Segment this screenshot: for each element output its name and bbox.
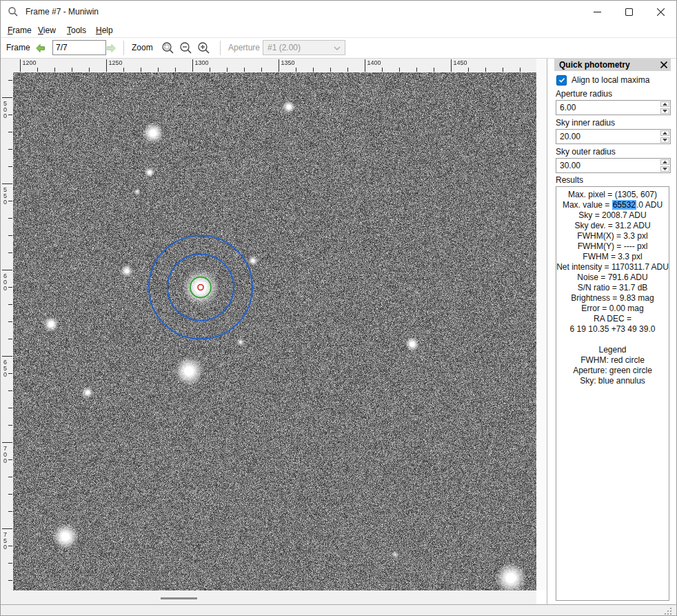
minimize-button[interactable]: [581, 1, 613, 23]
spin-down-button[interactable]: [660, 166, 669, 172]
result-line: Net intensity = 1170311.7 ADU: [556, 262, 669, 272]
check-icon: [558, 77, 565, 83]
minimize-icon: [594, 8, 601, 16]
menu-frame[interactable]: Frame: [5, 25, 34, 36]
app-window: Frame #7 - Muniwin Frame View Tools Help…: [0, 0, 677, 616]
zoom-toolbar-label: Zoom: [132, 43, 153, 52]
menu-bar: Frame View Tools Help: [1, 23, 676, 38]
maximize-button[interactable]: [613, 1, 645, 23]
menu-view[interactable]: View: [35, 25, 59, 36]
title-bar[interactable]: Frame #7 - Muniwin: [1, 1, 676, 23]
close-icon: [660, 61, 667, 68]
spin-down-button[interactable]: [660, 137, 669, 143]
aperture-radius-value: 6.00: [560, 103, 576, 112]
results-label: Results: [556, 175, 583, 185]
result-line: Max. value = 65532.0 ADU: [556, 200, 669, 210]
result-line: Legend: [556, 345, 669, 355]
spin-down-icon: [663, 168, 667, 170]
result-line: FWHM: red circle: [556, 355, 669, 366]
spin-down-button[interactable]: [660, 108, 669, 114]
zoom-out-icon: [179, 41, 193, 55]
sky-inner-radius-input[interactable]: 20.00: [556, 129, 671, 144]
next-frame-button[interactable]: [103, 40, 119, 57]
sky-outer-radius-value: 30.00: [560, 161, 580, 170]
result-line: Max. pixel = (1305, 607): [556, 190, 669, 200]
spin-up-button[interactable]: [660, 101, 669, 107]
frame-number-input[interactable]: [52, 40, 106, 55]
menu-tools[interactable]: Tools: [64, 25, 89, 36]
result-line: Sky = 2008.7 ADU: [556, 210, 669, 221]
result-line: S/N ratio = 31.7 dB: [556, 283, 669, 293]
aperture-radius-input[interactable]: 6.00: [556, 100, 671, 115]
spin-down-icon: [663, 110, 667, 112]
align-checkbox-label[interactable]: Align to local maxima: [572, 75, 649, 85]
spin-up-icon: [663, 132, 667, 135]
star-field-image[interactable]: [13, 72, 536, 590]
app-magnifier-icon: [8, 6, 19, 17]
spin-up-button[interactable]: [660, 130, 669, 136]
result-line: Noise = 791.6 ADU: [556, 272, 669, 283]
horizontal-scrollbar-thumb[interactable]: [161, 597, 197, 599]
zoom-fit-icon: [161, 41, 175, 55]
zoom-in-icon: [197, 41, 211, 55]
aperture-selected-value: #1 (2.00): [267, 43, 301, 52]
previous-frame-button[interactable]: [32, 40, 49, 57]
menu-help[interactable]: Help: [93, 25, 116, 36]
toolbar: Frame Zoom: [1, 38, 676, 59]
vertical-scrollbar[interactable]: [536, 59, 547, 590]
sky-inner-radius-value: 20.00: [560, 132, 580, 141]
panel-header: Quick photometry: [554, 59, 671, 71]
vertical-ruler: [1, 72, 13, 590]
horizontal-scrollbar[interactable]: [1, 590, 536, 604]
chevron-down-icon: [334, 46, 341, 50]
result-line: FWHM(Y) = ---- pxl: [556, 241, 669, 252]
result-line: Brightness = 9.83 mag: [556, 293, 669, 304]
result-line: [556, 335, 669, 345]
panel-title: Quick photometry: [554, 60, 630, 70]
result-line: RA DEC =: [556, 314, 669, 324]
align-checkbox[interactable]: [556, 75, 567, 86]
result-line: 6 19 10.35 +73 49 39.0: [556, 324, 669, 335]
selected-value: 65532: [612, 200, 636, 210]
panel-close-button[interactable]: [659, 60, 669, 70]
zoom-in-button[interactable]: [196, 40, 212, 57]
back-arrow-icon: [34, 42, 47, 54]
resize-grip[interactable]: [663, 607, 672, 616]
sky-outer-radius-label: Sky outer radius: [556, 147, 616, 157]
aperture-radius-label: Aperture radius: [556, 89, 612, 99]
toolbar-separator: [123, 41, 124, 55]
toolbar-separator: [220, 41, 221, 55]
horizontal-ruler: [13, 59, 536, 72]
result-line: FWHM(X) = 3.3 pxl: [556, 231, 669, 241]
results-box: Max. pixel = (1305, 607)Max. value = 655…: [556, 186, 669, 601]
spin-up-icon: [663, 103, 667, 106]
window-title: Frame #7 - Muniwin: [26, 7, 99, 17]
close-icon: [657, 8, 665, 16]
result-line: FWHM = 3.3 pxl: [556, 252, 669, 262]
spin-down-icon: [663, 139, 667, 141]
result-line: Aperture: green circle: [556, 366, 669, 376]
spin-up-button[interactable]: [660, 159, 669, 165]
zoom-out-button[interactable]: [178, 40, 194, 57]
sky-outer-radius-input[interactable]: 30.00: [556, 158, 671, 173]
close-button[interactable]: [645, 1, 676, 23]
aperture-select[interactable]: #1 (2.00): [263, 40, 345, 55]
result-line: Sky dev. = 31.2 ADU: [556, 221, 669, 231]
maximize-icon: [625, 8, 633, 16]
ruler-corner: [1, 59, 13, 72]
frame-toolbar-label: Frame: [6, 43, 30, 52]
result-line: Sky: blue annulus: [556, 376, 669, 386]
zoom-fit-button[interactable]: [160, 40, 176, 57]
sky-inner-radius-label: Sky inner radius: [556, 118, 615, 128]
spin-up-icon: [663, 161, 667, 163]
status-bar: [1, 605, 676, 616]
forward-arrow-icon: [105, 42, 117, 54]
aperture-toolbar-label: Aperture: [228, 43, 260, 52]
result-line: Error = 0.00 mag: [556, 304, 669, 314]
quick-photometry-panel: Quick photometry Align to local maxima A…: [547, 59, 677, 604]
align-checkbox-row[interactable]: Align to local maxima: [556, 74, 649, 86]
